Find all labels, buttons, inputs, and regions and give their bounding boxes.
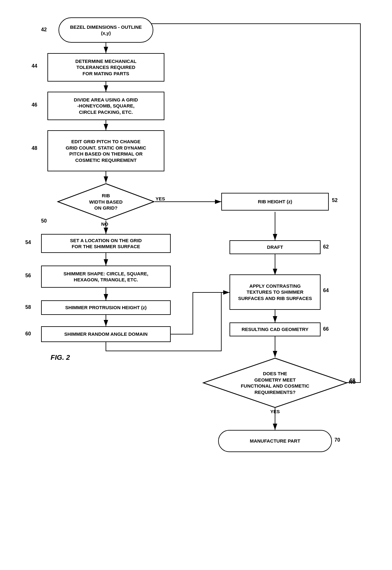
node-60: SHIMMER RANDOM ANGLE DOMAIN xyxy=(41,326,171,342)
label-42: 42 xyxy=(41,27,47,33)
label-58: 58 xyxy=(25,304,31,310)
no-label-50: NO xyxy=(101,221,108,227)
label-66: 66 xyxy=(323,326,329,332)
node-50: RIBWIDTH BASEDON GRID? xyxy=(57,183,155,221)
label-48: 48 xyxy=(32,145,37,151)
label-46: 46 xyxy=(32,102,37,108)
label-70: 70 xyxy=(334,437,340,443)
label-56: 56 xyxy=(25,273,31,279)
label-50: 50 xyxy=(41,218,47,224)
node-64: APPLY CONTRASTINGTEXTURES TO SHIMMERSURF… xyxy=(230,274,321,310)
node-46: DIVIDE AREA USING A GRID-HONEYCOMB, SQUA… xyxy=(47,92,164,120)
node-52: RIB HEIGHT (z) xyxy=(221,193,329,211)
node-54: SET A LOCATION ON THE GRIDFOR THE SHIMME… xyxy=(41,234,171,253)
node-66: RESULTING CAD GEOMETRY xyxy=(230,322,321,336)
node-42: BEZEL DIMENSIONS - OUTLINE (x,y) xyxy=(58,17,153,43)
node-48: EDIT GRID PITCH TO CHANGEGRID COUNT. STA… xyxy=(47,130,164,171)
node-56: SHIMMER SHAPE: CIRCLE, SQUARE,HEXAGON, T… xyxy=(41,266,171,288)
node-68: DOES THEGEOMETRY MEETFUNCTIONAL AND COSM… xyxy=(202,357,348,408)
node-44: DETERMINE MECHANICALTOLERANCES REQUIREDF… xyxy=(47,53,164,82)
diagram-container: BEZEL DIMENSIONS - OUTLINE (x,y) 42 DETE… xyxy=(0,0,392,570)
label-54: 54 xyxy=(25,240,31,245)
yes-label-50: YES xyxy=(156,196,165,201)
label-64: 64 xyxy=(323,288,329,293)
node-58: SHIMMER PROTRUSION HEIGHT (z) xyxy=(41,300,171,315)
label-62: 62 xyxy=(323,244,329,250)
label-60: 60 xyxy=(25,331,31,337)
no-label-68: NO xyxy=(349,379,356,385)
node-70: MANUFACTURE PART xyxy=(218,430,332,452)
yes-label-68: YES xyxy=(270,409,280,414)
label-44: 44 xyxy=(32,63,37,69)
fig-label: FIG. 2 xyxy=(51,353,70,362)
label-52: 52 xyxy=(332,198,338,203)
node-62: DRAFT xyxy=(230,240,321,254)
